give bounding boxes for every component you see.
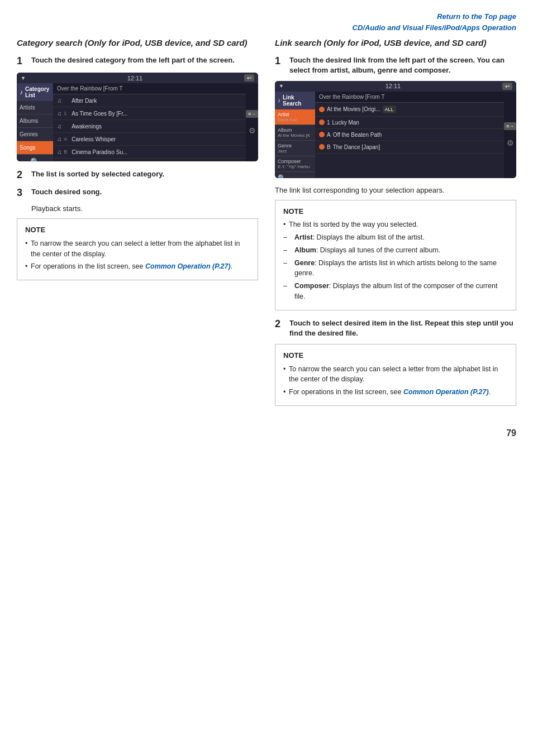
right-note-1-item-composer: Composer: Displays the album list of the… xyxy=(283,281,508,302)
screen-top-bar: ▼ 12:11 ↩ xyxy=(17,73,258,83)
step-1-text: Touch the desired category from the left… xyxy=(31,55,235,65)
right-step-1: 1 Touch the desired link from the left p… xyxy=(275,55,516,75)
song-item-2[interactable]: ♫ Awakenings xyxy=(53,120,246,133)
orange-dot-2 xyxy=(319,132,325,137)
note-icon-1: ♫ xyxy=(57,110,61,117)
link-back-button[interactable]: ↩ xyxy=(502,83,512,90)
song-item-1[interactable]: ♫ 1 As Time Goes By [Fr... xyxy=(53,107,246,120)
step-3-text: Touch desired song. xyxy=(31,187,102,197)
link-cat-album-sub: At the Movies [K xyxy=(278,133,312,138)
back-button[interactable]: ↩ xyxy=(244,74,254,82)
step-1-number: 1 xyxy=(17,55,27,68)
cat-artists[interactable]: Artists xyxy=(17,101,53,114)
link-song-title-0: At the Movies [Origi... xyxy=(327,106,380,112)
link-music-icon: ♪ xyxy=(278,97,280,103)
song-title-3: Careless Whisper xyxy=(72,136,116,142)
right-controls: ≡→ ⚙ xyxy=(246,83,258,161)
link-cat-composer[interactable]: Composer E.Y. "Yip" Harbu xyxy=(275,156,315,172)
right-column: Link search (Only for iPod, USB device, … xyxy=(275,37,516,412)
link-song-3[interactable]: B The Dance [Japan] xyxy=(315,141,504,154)
link-cat-genre[interactable]: Genre Jazz xyxy=(275,141,315,156)
gear-icon[interactable]: ⚙ xyxy=(249,126,256,135)
link-song-2[interactable]: A Off the Beaten Path xyxy=(315,129,504,141)
song-item-5[interactable]: ♫ C Cuban Hideaway xyxy=(53,159,246,161)
song-list: ♫ After Dark ♫ 1 As Time Goes By [Fr... … xyxy=(53,94,246,161)
link-search-header: ♪ Link Search xyxy=(275,92,315,109)
right-note-1-title: NOTE xyxy=(283,206,508,217)
right-note-1-item-album: Album: Displays all tunes of the current… xyxy=(283,245,508,256)
right-note-2-item-1: For operations in the list screen, see C… xyxy=(283,387,508,398)
link-letter-3: B xyxy=(327,144,331,150)
link-cat-search: 🔍 xyxy=(275,172,315,178)
left-note-item-0: To narrow the search you can select a le… xyxy=(25,238,250,260)
link-cat-artist-label: Artist xyxy=(278,112,312,117)
right-note-1-list: The list is sorted by the way you select… xyxy=(283,219,508,302)
note-icon-2: ♫ xyxy=(57,123,61,130)
left-note-list: To narrow the search you can select a le… xyxy=(25,238,250,272)
common-operation-link-right[interactable]: Common Operation (P.27) xyxy=(403,388,489,396)
after-screen-text: The link list corresponding to your sele… xyxy=(275,186,516,194)
page-number: 79 xyxy=(17,428,516,438)
cat-albums[interactable]: Albums xyxy=(17,114,53,128)
screen-time: 12:11 xyxy=(127,75,143,82)
link-cat-artist[interactable]: Artist Dave Koz xyxy=(275,109,315,125)
song-item-4[interactable]: ♫ B Cinema Paradiso Su... xyxy=(53,146,246,159)
left-note-item-1: For operations in the list screen, see C… xyxy=(25,261,250,272)
link-cat-composer-label: Composer xyxy=(278,159,312,164)
cat-logo: 🔍 xyxy=(17,155,53,161)
right-section-title: Link search (Only for iPod, USB device, … xyxy=(275,37,516,49)
left-note-box: NOTE To narrow the search you can select… xyxy=(17,218,258,280)
link-right-controls: ≡→ ⚙ xyxy=(504,92,516,178)
link-song-list-main: Over the Rainbow [From T At the Movies [… xyxy=(315,92,504,178)
cat-songs[interactable]: Songs xyxy=(17,141,53,155)
note-icon-4: ♫ xyxy=(57,149,61,155)
right-step-1-text: Touch the desired link from the left par… xyxy=(289,55,516,75)
list-view-btn[interactable]: ≡→ xyxy=(246,110,258,118)
note-icon-3: ♫ xyxy=(57,136,61,142)
link-cat-artist-sub: Dave Koz xyxy=(278,117,312,122)
link-gear-icon[interactable]: ⚙ xyxy=(507,138,514,147)
right-note-2-item-0: To narrow the search you can select a le… xyxy=(283,364,508,385)
song-item-3[interactable]: ♫ A Careless Whisper xyxy=(53,133,246,146)
now-playing-header: Over the Rainbow [From T xyxy=(53,83,246,94)
song-title-0: After Dark xyxy=(72,98,97,104)
note-icon-0: ♫ xyxy=(57,97,61,104)
cat-genres[interactable]: Genres xyxy=(17,128,53,141)
link-cat-album[interactable]: Album At the Movies [K xyxy=(275,125,315,141)
song-title-4: Cinema Paradiso Su... xyxy=(72,149,127,155)
step-3-number: 3 xyxy=(17,187,27,199)
link-screen-time: 12:11 xyxy=(386,83,401,89)
right-note-2-list: To narrow the search you can select a le… xyxy=(283,364,508,398)
common-operation-link-left[interactable]: Common Operation (P.27) xyxy=(145,262,231,270)
right-note-2-title: NOTE xyxy=(283,350,508,361)
link-list-view-btn[interactable]: ≡→ xyxy=(504,122,516,130)
left-section-title: Category search (Only for iPod, USB devi… xyxy=(17,37,258,49)
step-3: 3 Touch desired song. xyxy=(17,187,258,199)
top-links: Return to the Top page CD/Audio and Visu… xyxy=(17,11,516,33)
song-item-0[interactable]: ♫ After Dark xyxy=(53,94,246,107)
link-cat-composer-sub: E.Y. "Yip" Harbu xyxy=(278,164,312,169)
link-song-title-3: The Dance [Japan] xyxy=(333,144,380,150)
left-note-title: NOTE xyxy=(25,224,250,236)
category-list-label: Category List xyxy=(25,86,50,98)
right-note-1-item-0: The list is sorted by the way you select… xyxy=(283,219,508,230)
wifi-icon: ▼ xyxy=(21,75,26,81)
link-song-title-1: Lucky Man xyxy=(332,119,359,126)
right-note-1-item-artist: Artist: Displays the album list of the a… xyxy=(283,232,508,243)
step-2-text: The list is sorted by selected category. xyxy=(31,169,164,179)
step-2-number: 2 xyxy=(17,169,27,181)
orange-dot-1 xyxy=(319,119,325,125)
link-cat-genre-label: Genre xyxy=(278,143,312,149)
link-song-1[interactable]: 1 Lucky Man xyxy=(315,117,504,129)
all-badge: ALL xyxy=(383,106,396,113)
link-search-screen: ▼ 12:11 ↩ ♪ Link Search Artist Dave Koz … xyxy=(275,81,516,178)
music-icon: ♪ xyxy=(20,88,23,96)
link-wifi-icon: ▼ xyxy=(279,83,284,89)
link-now-playing: Over the Rainbow [From T xyxy=(315,92,504,103)
link-song-title-2: Off the Beaten Path xyxy=(333,132,382,138)
link-song-0[interactable]: At the Movies [Origi... ALL xyxy=(315,103,504,117)
return-to-top-link[interactable]: Return to the Top page xyxy=(437,12,516,21)
right-step-1-number: 1 xyxy=(275,55,285,68)
section-link[interactable]: CD/Audio and Visual Files/iPod/Apps Oper… xyxy=(353,23,517,32)
song-title-2: Awakenings xyxy=(72,123,102,130)
